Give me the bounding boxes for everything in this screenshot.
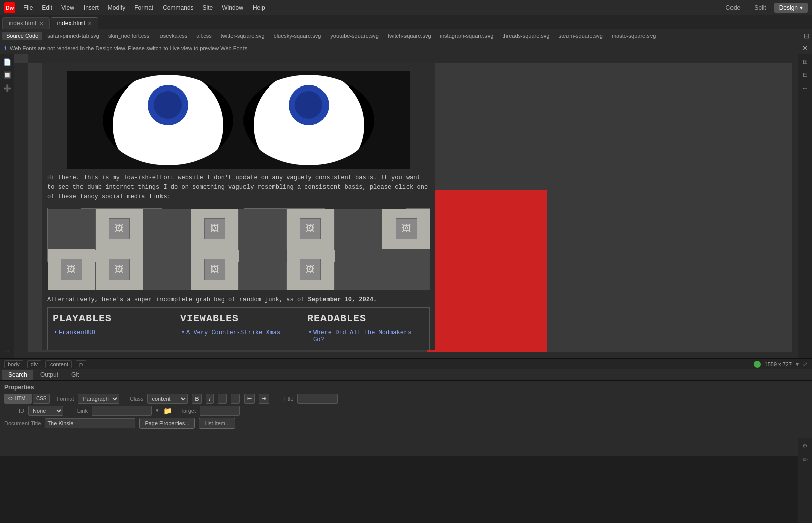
snippets-icon[interactable]: ··· — [2, 344, 13, 356]
link-input[interactable] — [92, 406, 152, 416]
section-title-viewables: VIEWABLES — [180, 313, 297, 324]
file-tab-masto[interactable]: masto-square.svg — [608, 32, 660, 40]
link-dropdown-icon[interactable]: ▾ — [156, 407, 159, 414]
tab-output[interactable]: Output — [34, 370, 64, 380]
target-input[interactable] — [200, 406, 240, 416]
canvas-horizontal-scrollbar[interactable] — [28, 352, 792, 358]
canvas-dimensions: 1559 x 727 — [765, 361, 792, 367]
website-preview: Hi there. This is my low-ish-effort webs… — [42, 63, 435, 350]
title-input[interactable] — [297, 394, 338, 404]
files-icon[interactable]: 📄 — [2, 56, 13, 67]
file-tab-twitter[interactable]: twitter-square.svg — [217, 32, 269, 40]
list-item-button[interactable]: List Item... — [199, 418, 235, 429]
social-cell-icon-6: 🖼 — [96, 249, 143, 290]
section-readables: READABLES Where Did All The Modmakers Go… — [302, 308, 429, 350]
broken-image-4: 🖼 — [396, 218, 417, 239]
social-cell-icon-1: 🖼 — [96, 209, 143, 249]
tab-close-1[interactable]: ✕ — [39, 21, 43, 26]
info-text: Web Fonts are not rendered in the Design… — [10, 45, 249, 51]
social-cell-icon-7: 🖼 — [191, 249, 239, 290]
breadcrumb-body[interactable]: body — [4, 360, 23, 368]
code-view-button[interactable]: Code — [720, 3, 747, 13]
section-playables: PLAYABLES FrankenHUD — [48, 308, 175, 350]
file-tab-threads[interactable]: threads-square.svg — [498, 32, 553, 40]
html-toggle-button[interactable]: <> HTML — [4, 394, 32, 404]
split-view-button[interactable]: Split — [748, 3, 772, 13]
menu-view[interactable]: View — [57, 3, 78, 12]
doc-title-input[interactable] — [45, 418, 135, 428]
right-icon-2[interactable]: ⊟ — [800, 69, 811, 80]
menu-format[interactable]: Format — [130, 3, 157, 12]
social-grid-row1: 🖼 🖼 🖼 🖼 — [47, 208, 430, 290]
file-tab-twitch[interactable]: twitch-square.svg — [384, 32, 435, 40]
indent-less-button[interactable]: ⇤ — [244, 394, 255, 404]
tab-close-2[interactable]: ✕ — [88, 21, 92, 26]
css-toggle-button[interactable]: CSS — [33, 394, 50, 404]
tab-search[interactable]: Search — [2, 370, 33, 380]
tab-index-1[interactable]: index.html ✕ — [2, 17, 50, 29]
file-tab-all-css[interactable]: all.css — [192, 32, 216, 40]
browse-file-icon[interactable]: 📁 — [163, 407, 172, 415]
design-view-button[interactable]: Design ▾ — [774, 3, 808, 13]
file-tab-steam[interactable]: steam-square.svg — [554, 32, 606, 40]
section-item-frankenhud[interactable]: FrankenHUD — [53, 328, 170, 337]
social-cell-empty-8 — [382, 249, 430, 290]
menu-help[interactable]: Help — [249, 3, 269, 12]
title-label: Title — [273, 396, 293, 402]
id-select[interactable]: None — [28, 406, 63, 416]
file-tab-instagram[interactable]: instagram-square.svg — [436, 32, 498, 40]
assets-icon[interactable]: 🔲 — [2, 69, 13, 80]
social-cell-empty-1 — [48, 209, 96, 249]
menu-insert[interactable]: Insert — [79, 3, 103, 12]
unordered-list-button[interactable]: ≡ — [218, 394, 227, 404]
status-bar: body div .content p 1559 x 727 ▾ ⤢ — [0, 359, 812, 369]
section-item-modmakers[interactable]: Where Did All The Modmakers Go? — [307, 328, 424, 344]
menu-site[interactable]: Site — [199, 3, 217, 12]
document-title-row: Document Title Page Properties... List I… — [4, 418, 808, 429]
section-item-xmas[interactable]: A Very Counter-Strike Xmas — [180, 328, 297, 337]
menu-commands[interactable]: Commands — [158, 3, 197, 12]
insert-icon[interactable]: ➕ — [2, 82, 13, 94]
social-cell-empty-7 — [335, 249, 382, 290]
indent-more-button[interactable]: ⇥ — [259, 394, 269, 404]
menu-edit[interactable]: Edit — [38, 3, 56, 12]
filter-icon[interactable]: ⊟ — [804, 32, 810, 40]
main-layout: 📄 🔲 ➕ ··· — [0, 54, 812, 358]
file-tab-skin[interactable]: skin_noeffort.css — [104, 32, 153, 40]
right-icon-1[interactable]: ⊞ — [800, 56, 811, 67]
italic-button[interactable]: I — [206, 394, 213, 404]
canvas-vertical-scrollbar[interactable] — [792, 54, 798, 358]
prop-icon-1[interactable]: ⚙ — [800, 440, 811, 451]
properties-row-1: <> HTML CSS Format Paragraph Class conte… — [4, 394, 808, 404]
prop-icon-2[interactable]: ✏ — [800, 454, 811, 465]
file-tab-iosevka[interactable]: iosevka.css — [154, 32, 191, 40]
left-eye — [103, 75, 233, 165]
right-panel-icons: ⊞ ⊟ ↔ — [798, 54, 812, 358]
expand-panel-icon[interactable]: ⤢ — [803, 361, 808, 368]
breadcrumb-content[interactable]: .content — [45, 360, 72, 368]
menu-modify[interactable]: Modify — [104, 3, 129, 12]
breadcrumb-div[interactable]: div — [27, 360, 41, 368]
tab-index-2[interactable]: index.html ✕ — [51, 17, 99, 29]
infobar-close-button[interactable]: ✕ — [802, 44, 808, 52]
page-properties-button[interactable]: Page Properties... — [139, 418, 195, 429]
menu-window[interactable]: Window — [218, 3, 248, 12]
tab-git[interactable]: Git — [65, 370, 85, 380]
file-tab-safari[interactable]: safari-pinned-tab.svg — [43, 32, 103, 40]
content-sections: PLAYABLES FrankenHUD VIEWABLES A Very Co… — [47, 307, 430, 350]
view-controls: Code Split Design ▾ — [720, 3, 808, 13]
class-select[interactable]: content — [147, 394, 188, 404]
format-select[interactable]: Paragraph — [78, 394, 119, 404]
ordered-list-button[interactable]: ≡ — [231, 394, 240, 404]
right-icon-3[interactable]: ↔ — [800, 82, 811, 94]
breadcrumb-p[interactable]: p — [76, 360, 86, 368]
dimensions-dropdown[interactable]: ▾ — [796, 361, 799, 368]
section-title-playables: PLAYABLES — [53, 313, 170, 324]
bottom-tabs: Search Output Git — [0, 369, 812, 381]
bold-button[interactable]: B — [192, 394, 202, 404]
menu-file[interactable]: File — [19, 3, 37, 12]
file-tab-source-code[interactable]: Source Code — [2, 32, 42, 40]
file-tab-youtube[interactable]: youtube-square.svg — [326, 32, 383, 40]
properties-panel: Properties <> HTML CSS Format Paragraph … — [0, 381, 812, 456]
file-tab-bluesky[interactable]: bluesky-square.svg — [270, 32, 326, 40]
